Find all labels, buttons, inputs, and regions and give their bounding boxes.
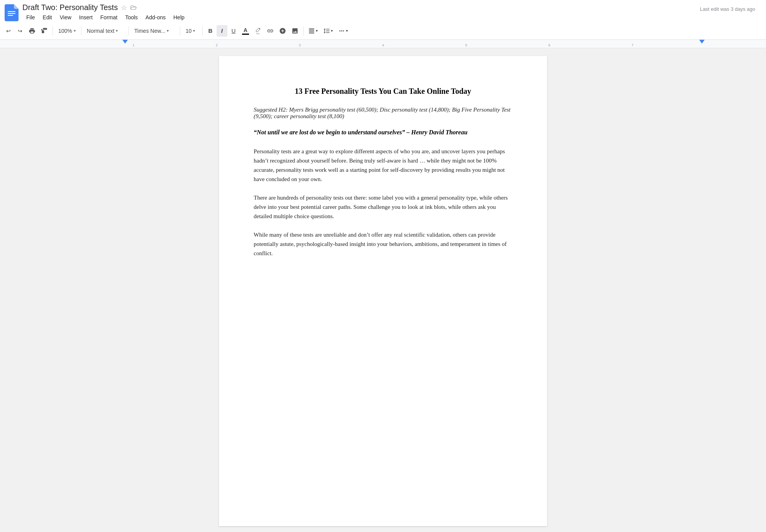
menu-edit[interactable]: Edit (39, 13, 56, 22)
font-size-arrow: ▾ (193, 29, 195, 33)
bold-button[interactable]: B (205, 25, 216, 37)
style-arrow: ▾ (116, 29, 118, 33)
font-size-dropdown[interactable]: 10 ▾ (183, 25, 200, 37)
italic-button[interactable]: I (217, 25, 227, 37)
menu-view[interactable]: View (56, 13, 75, 22)
font-value: Times New... (134, 28, 165, 34)
ruler-tick-6: 6 (548, 43, 550, 47)
menu-help[interactable]: Help (169, 13, 188, 22)
ruler-tick-5: 5 (465, 43, 467, 47)
ruler-tick-3: 3 (299, 43, 301, 47)
menu-insert[interactable]: Insert (75, 13, 97, 22)
star-icon[interactable]: ☆ (121, 3, 127, 12)
more-options-button[interactable]: ▾ (336, 25, 350, 37)
ruler-tick-7: 7 (632, 43, 634, 47)
divider-3 (129, 26, 129, 36)
font-dropdown[interactable]: Times New... ▾ (131, 25, 178, 37)
divider-4 (180, 26, 180, 36)
paint-format-button[interactable] (39, 25, 50, 37)
doc-title[interactable]: Draft Two: Personality Tests (22, 3, 118, 12)
insert-image-button[interactable] (289, 25, 301, 37)
ruler-tick-4: 4 (382, 43, 384, 47)
link-button[interactable] (264, 25, 276, 37)
divider-6 (303, 26, 303, 36)
doc-icon (5, 4, 19, 21)
zoom-dropdown[interactable]: 100% ▾ (55, 25, 79, 37)
underline-button[interactable]: U (228, 25, 239, 37)
quote: “Not until we are lost do we begin to un… (254, 129, 512, 136)
font-size-value: 10 (186, 28, 192, 34)
title-bar: Draft Two: Personality Tests ☆ 🗁 Last ed… (0, 0, 766, 22)
font-arrow: ▾ (167, 29, 169, 33)
style-dropdown[interactable]: Normal text ▾ (84, 25, 126, 37)
divider-1 (53, 26, 53, 36)
paragraph-2: There are hundreds of personality tests … (254, 193, 512, 221)
insert-comment-button[interactable] (277, 25, 288, 37)
last-edit-status: Last edit was 3 days ago (700, 6, 761, 12)
document-page[interactable]: 13 Free Personality Tests You Can Take O… (219, 56, 547, 526)
redo-button[interactable]: ↪ (15, 25, 25, 37)
paragraph-3: While many of these tests are unreliable… (254, 230, 512, 258)
print-button[interactable] (26, 25, 38, 37)
ruler-tick-1: 1 (132, 43, 134, 47)
svg-rect-1 (8, 13, 15, 14)
title-area: Draft Two: Personality Tests ☆ 🗁 Last ed… (22, 3, 761, 22)
doc-area: 13 Free Personality Tests You Can Take O… (0, 48, 766, 532)
menu-bar: File Edit View Insert Format Tools Add-o… (22, 13, 761, 22)
svg-rect-0 (8, 11, 15, 12)
toolbar: ↩ ↪ 100% ▾ Normal text ▾ Times New... ▾ … (0, 22, 766, 40)
suggested-h2: Suggested H2: Myers Brigg personality te… (254, 107, 512, 120)
style-value: Normal text (87, 28, 115, 34)
divider-2 (81, 26, 81, 36)
divider-5 (202, 26, 203, 36)
paragraph-1: Personality tests are a great way to exp… (254, 147, 512, 184)
menu-file[interactable]: File (22, 13, 39, 22)
zoom-arrow: ▾ (74, 29, 76, 33)
ruler-tick-2: 2 (216, 43, 218, 47)
text-color-button[interactable]: A (240, 25, 251, 37)
ruler-right-marker[interactable] (699, 40, 705, 44)
line-spacing-button[interactable]: ▾ (321, 25, 335, 37)
menu-addons[interactable]: Add-ons (142, 13, 169, 22)
folder-icon[interactable]: 🗁 (130, 3, 137, 12)
document-title: 13 Free Personality Tests You Can Take O… (254, 87, 512, 96)
align-button[interactable]: ▾ (306, 25, 320, 37)
highlight-button[interactable] (252, 25, 264, 37)
zoom-value: 100% (58, 28, 72, 34)
title-row: Draft Two: Personality Tests ☆ 🗁 Last ed… (22, 3, 761, 12)
undo-button[interactable]: ↩ (3, 25, 14, 37)
menu-tools[interactable]: Tools (121, 13, 142, 22)
text-color-letter: A (244, 27, 247, 33)
menu-format[interactable]: Format (97, 13, 121, 22)
text-color-bar (242, 34, 249, 35)
ruler-left-marker[interactable] (122, 40, 128, 44)
svg-rect-2 (8, 15, 13, 16)
ruler: 1 2 3 4 5 6 7 (0, 40, 766, 48)
